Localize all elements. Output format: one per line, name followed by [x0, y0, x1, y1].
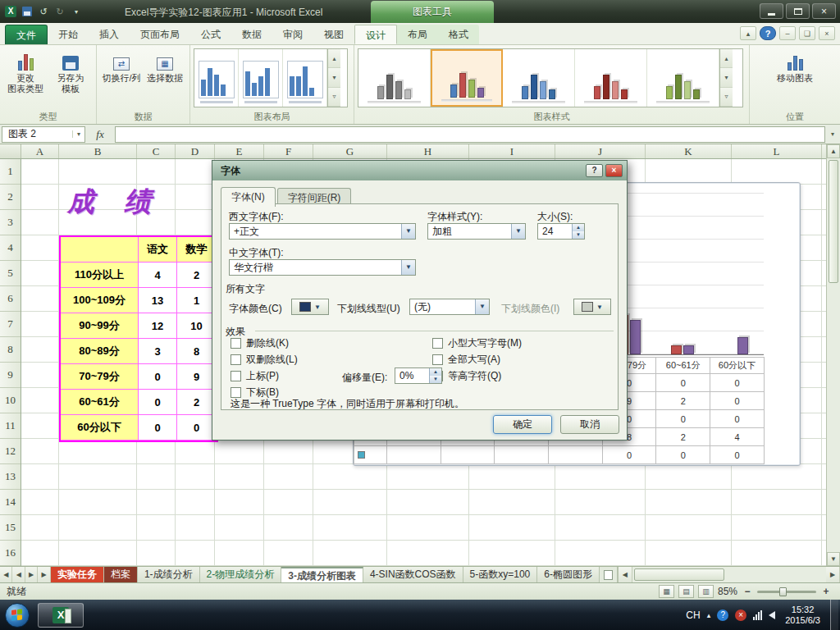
score-cell[interactable]: 0	[139, 390, 177, 415]
column-header-C[interactable]: C	[137, 144, 176, 158]
score-header-cell[interactable]: 数学	[177, 237, 217, 262]
checkbox-row[interactable]: 上标(P)	[231, 368, 298, 384]
gallery-more-arrow[interactable]: ▿	[328, 88, 340, 107]
tab-数据[interactable]: 数据	[231, 25, 272, 44]
column-header-F[interactable]: F	[264, 144, 313, 158]
score-row-label[interactable]: 100~109分	[61, 288, 139, 313]
scroll-right-arrow[interactable]: ▶	[826, 567, 840, 582]
underline-color-button[interactable]: ▼	[573, 299, 611, 315]
score-cell[interactable]: 2	[177, 390, 217, 415]
chart-layout-option[interactable]	[194, 49, 239, 107]
chart-style-option[interactable]	[647, 49, 719, 107]
scroll-left-arrow[interactable]: ◀	[619, 567, 632, 582]
dropdown-arrow-icon[interactable]: ▼	[401, 224, 415, 239]
sheet-tab-3-成绩分析图表[interactable]: 3-成绩分析图表	[281, 567, 363, 582]
column-header-K[interactable]: K	[646, 144, 732, 158]
chart-layout-option[interactable]	[239, 49, 283, 107]
row-header-11[interactable]: 11	[0, 413, 21, 439]
row-header-6[interactable]: 6	[0, 286, 21, 312]
dialog-titlebar[interactable]: 字体 ? ×	[212, 161, 627, 180]
row-header-15[interactable]: 15	[0, 515, 21, 541]
offset-spin-arrows[interactable]: ▲▼	[429, 368, 441, 383]
last-sheet-button[interactable]: ▶	[38, 567, 50, 582]
column-header-B[interactable]: B	[59, 144, 137, 158]
western-font-combo[interactable]: +正文 ▼	[229, 223, 416, 240]
insert-worksheet-tab[interactable]	[600, 567, 618, 582]
workbook-close-button[interactable]: ×	[819, 26, 835, 40]
hidden-icons-arrow[interactable]: ▴	[707, 611, 711, 619]
column-header-H[interactable]: H	[387, 144, 469, 158]
previous-sheet-button[interactable]: ◀	[12, 567, 25, 582]
font-color-button[interactable]: ▼	[291, 299, 329, 315]
redo-icon[interactable]: ↻	[53, 5, 66, 18]
score-cell[interactable]: 10	[177, 313, 217, 339]
gallery-down-arrow[interactable]: ▾	[720, 68, 733, 87]
gallery-down-arrow[interactable]: ▾	[328, 68, 340, 87]
chart-layout-option[interactable]	[283, 49, 327, 107]
offset-spinbox[interactable]: 0% ▲▼	[395, 368, 442, 384]
column-header-G[interactable]: G	[313, 144, 387, 158]
row-header-9[interactable]: 9	[0, 363, 21, 388]
zoom-out-button[interactable]: −	[742, 586, 753, 597]
vertical-scroll-thumb[interactable]	[829, 160, 838, 283]
horizontal-scrollbar[interactable]: ◀ ▶	[618, 567, 840, 582]
column-header-I[interactable]: I	[469, 144, 555, 158]
page-layout-view-button[interactable]: ▤	[678, 585, 694, 598]
row-header-10[interactable]: 10	[0, 388, 21, 413]
minimize-button[interactable]	[760, 3, 783, 19]
horizontal-scroll-track[interactable]	[632, 567, 826, 582]
page-break-view-button[interactable]: ▥	[698, 585, 714, 598]
security-tray-icon[interactable]: ×	[735, 609, 746, 621]
score-row-label[interactable]: 80~89分	[61, 339, 139, 364]
horizontal-scroll-thumb[interactable]	[634, 568, 724, 581]
network-icon[interactable]	[753, 610, 762, 620]
chart-style-option[interactable]	[503, 49, 575, 107]
vertical-scroll-track[interactable]	[827, 285, 840, 552]
workbook-minimize-button[interactable]: –	[779, 26, 796, 40]
tab-审阅[interactable]: 审阅	[272, 25, 313, 44]
size-spin-arrows[interactable]: ▲▼	[572, 224, 584, 239]
select-all-corner[interactable]	[0, 144, 21, 158]
change-chart-type-button[interactable]: 更改 图表类型	[3, 47, 48, 107]
size-spinbox[interactable]: 24 ▲▼	[537, 223, 585, 240]
checkbox-row[interactable]: 等高字符(Q)	[432, 368, 522, 384]
normal-view-button[interactable]: ▦	[659, 585, 674, 598]
tab-视图[interactable]: 视图	[313, 25, 354, 44]
undo-icon[interactable]: ↺	[37, 5, 50, 18]
sheet-tab-2-物理成绩分析[interactable]: 2-物理成绩分析	[200, 567, 282, 582]
chart-bar[interactable]	[683, 345, 694, 354]
volume-icon[interactable]	[769, 611, 775, 619]
dialog-help-button[interactable]: ?	[586, 164, 603, 177]
dropdown-arrow-icon[interactable]: ▼	[475, 299, 489, 314]
score-row-label[interactable]: 70~79分	[61, 364, 139, 390]
dialog-close-button[interactable]: ×	[605, 164, 623, 177]
score-cell[interactable]: 3	[139, 339, 177, 364]
cancel-button[interactable]: 取消	[560, 415, 619, 434]
dropdown-arrow-icon[interactable]: ▼	[401, 260, 415, 275]
score-header-cell[interactable]	[61, 237, 139, 262]
column-header-D[interactable]: D	[176, 144, 215, 158]
checkbox[interactable]	[231, 371, 241, 381]
formula-input[interactable]	[115, 126, 825, 143]
score-cell[interactable]: 4	[139, 262, 177, 288]
column-header-E[interactable]: E	[215, 144, 264, 158]
insert-function-button[interactable]: fx	[85, 128, 115, 141]
chinese-font-combo[interactable]: 华文行楷 ▼	[229, 259, 416, 276]
tab-插入[interactable]: 插入	[89, 25, 130, 44]
score-cell[interactable]: 0	[139, 415, 177, 441]
checkbox-row[interactable]: 双删除线(L)	[231, 351, 298, 368]
underline-style-combo[interactable]: (无) ▼	[409, 299, 490, 315]
gallery-up-arrow[interactable]: ▴	[720, 49, 733, 68]
row-header-13[interactable]: 13	[0, 464, 21, 490]
row-header-3[interactable]: 3	[0, 210, 21, 235]
show-desktop-button[interactable]	[830, 600, 838, 630]
tab-布局[interactable]: 布局	[397, 25, 438, 44]
column-header-A[interactable]: A	[21, 144, 59, 158]
help-tray-icon[interactable]: ?	[717, 609, 728, 621]
chart-style-option-selected[interactable]	[431, 49, 503, 107]
qat-customize-icon[interactable]: ▾	[70, 5, 83, 18]
maximize-button[interactable]	[786, 3, 810, 19]
ok-button[interactable]: 确定	[493, 415, 552, 434]
zoom-level[interactable]: 85%	[718, 586, 737, 597]
score-cell[interactable]: 12	[139, 313, 177, 339]
